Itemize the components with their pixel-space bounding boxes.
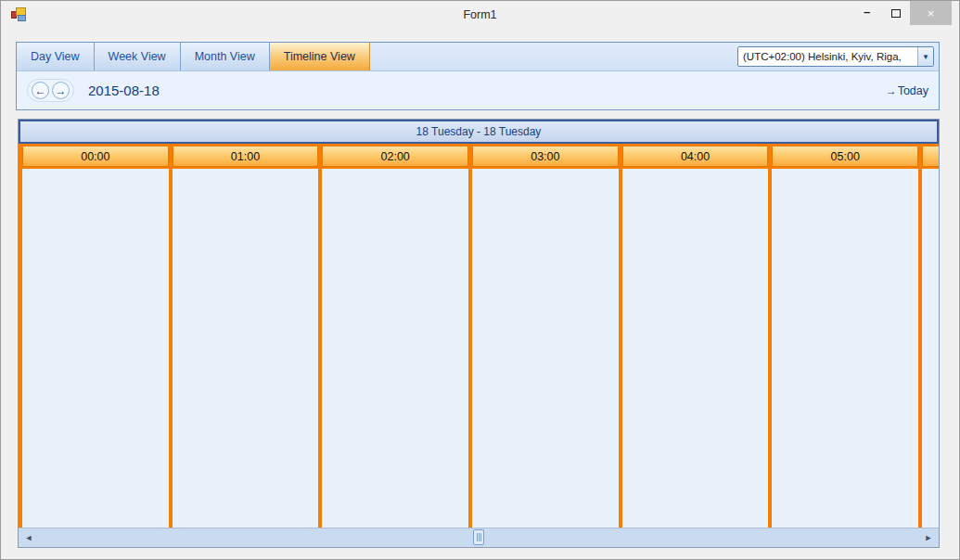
- hour-header-01: 01:00: [173, 146, 319, 167]
- tab-label: Day View: [31, 50, 80, 63]
- scrollbar-thumb[interactable]: [473, 529, 484, 545]
- timeline-column-01[interactable]: [173, 169, 319, 528]
- scheduler-toolbar: Day View Week View Month View Timeline V…: [16, 42, 940, 110]
- hour-header-partial: [922, 146, 939, 167]
- app-window: Form1 – × Day View Week View Month View: [0, 0, 960, 560]
- scroll-left-button[interactable]: ◄: [19, 528, 39, 547]
- timezone-selected-value: (UTC+02:00) Helsinki, Kyiv, Riga,: [738, 51, 917, 62]
- today-link[interactable]: → Today: [886, 84, 928, 97]
- scroll-right-icon: ►: [925, 533, 933, 542]
- tab-week-view[interactable]: Week View: [95, 43, 181, 70]
- arrow-left-icon: ←: [35, 85, 46, 96]
- timeline-column-00[interactable]: [22, 169, 169, 528]
- date-nav-button-group: ← →: [27, 79, 74, 102]
- tab-day-view[interactable]: Day View: [17, 43, 95, 70]
- hour-header-00: 00:00: [22, 146, 169, 167]
- view-tab-strip: Day View Week View Month View Timeline V…: [17, 43, 939, 71]
- timeline-column-03[interactable]: [472, 169, 619, 528]
- minimize-button[interactable]: –: [852, 1, 881, 25]
- timeline-column-partial: [922, 169, 939, 528]
- window-controls: – ×: [852, 1, 959, 29]
- chevron-down-icon: ▼: [922, 53, 929, 61]
- timeline-content: [19, 169, 939, 528]
- tab-timeline-view[interactable]: Timeline View: [270, 43, 370, 70]
- close-button[interactable]: ×: [910, 1, 952, 25]
- arrow-right-icon: →: [56, 85, 67, 96]
- timeline-column-05[interactable]: [772, 169, 918, 528]
- scroll-left-icon: ◄: [25, 533, 33, 542]
- hour-header-03: 03:00: [472, 146, 619, 167]
- timezone-select[interactable]: (UTC+02:00) Helsinki, Kyiv, Riga, ▼: [737, 46, 934, 67]
- next-date-button[interactable]: →: [52, 82, 70, 99]
- timezone-dropdown-button[interactable]: ▼: [917, 47, 933, 66]
- scrollbar-track[interactable]: [39, 528, 918, 547]
- app-icon: [11, 7, 27, 22]
- hour-header-05: 05:00: [772, 146, 918, 167]
- titlebar: Form1 – ×: [1, 1, 959, 29]
- maximize-button[interactable]: [881, 1, 910, 25]
- tab-label: Week View: [109, 50, 166, 63]
- tab-month-view[interactable]: Month View: [181, 43, 270, 70]
- timeline-view-panel: 18 Tuesday - 18 Tuesday 00:00 01:00 02:0…: [18, 119, 940, 548]
- hour-header-row: 00:00 01:00 02:00 03:00 04:00 05:00: [19, 144, 939, 169]
- hour-header-02: 02:00: [322, 146, 468, 167]
- arrow-right-icon: →: [886, 84, 897, 97]
- tab-label: Month View: [195, 50, 255, 63]
- horizontal-scrollbar[interactable]: ◄ ►: [19, 528, 939, 547]
- minimize-icon: –: [864, 5, 870, 19]
- maximize-icon: [891, 9, 901, 18]
- today-label: Today: [898, 84, 928, 97]
- timeline-column-02[interactable]: [322, 169, 468, 528]
- prev-date-button[interactable]: ←: [32, 82, 49, 99]
- date-navigation-bar: ← → 2015-08-18 → Today: [17, 71, 939, 109]
- timeline-column-04[interactable]: [622, 169, 769, 528]
- current-date-label: 2015-08-18: [88, 83, 160, 98]
- tab-label: Timeline View: [284, 50, 355, 63]
- close-icon: ×: [928, 6, 935, 20]
- scroll-right-button[interactable]: ►: [918, 528, 939, 547]
- window-title: Form1: [1, 1, 959, 29]
- date-range-header: 18 Tuesday - 18 Tuesday: [19, 120, 939, 144]
- hour-header-04: 04:00: [622, 146, 769, 167]
